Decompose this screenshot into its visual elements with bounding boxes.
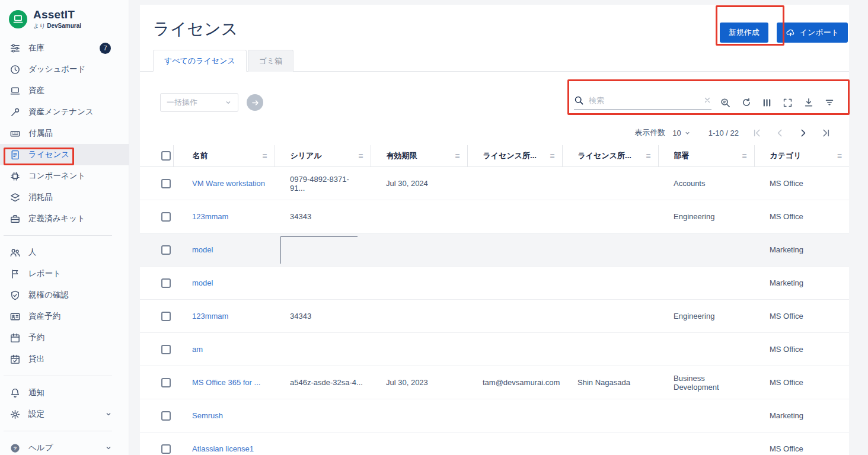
row-checkbox[interactable] xyxy=(161,245,171,255)
license-name-link[interactable]: am xyxy=(192,345,203,354)
column-header[interactable]: ライセンス所...≡ xyxy=(562,145,658,167)
column-header[interactable]: 名前≡ xyxy=(173,145,275,167)
row-checkbox[interactable] xyxy=(161,278,171,288)
column-menu-icon[interactable]: ≡ xyxy=(646,151,650,161)
column-menu-icon[interactable]: ≡ xyxy=(262,151,267,161)
column-header-label: 有効期限 xyxy=(387,150,417,161)
clear-search-icon[interactable] xyxy=(703,96,711,104)
sidebar-item-settings[interactable]: 設定 xyxy=(0,403,129,425)
sidebar-divider xyxy=(4,376,112,376)
table-row: SemrushMarketing xyxy=(140,399,849,432)
column-header[interactable]: ライセンス所...≡ xyxy=(467,145,562,167)
row-checkbox[interactable] xyxy=(161,411,171,421)
column-header[interactable]: カテゴリ≡ xyxy=(754,145,849,167)
app-logo[interactable]: AssetIT より DevSamurai xyxy=(0,0,129,37)
row-checkbox[interactable] xyxy=(161,378,171,387)
column-menu-icon[interactable]: ≡ xyxy=(550,151,554,161)
license-name-link[interactable]: MS Office 365 for ... xyxy=(192,378,260,387)
sidebar-item-inventory[interactable]: 在庫7 xyxy=(0,37,129,59)
first-page-button[interactable] xyxy=(752,128,762,138)
sidebar-item-kit[interactable]: 定義済みキット xyxy=(0,208,129,229)
column-menu-icon[interactable]: ≡ xyxy=(742,151,746,161)
table-row: Atlassian license1MS Office xyxy=(140,432,849,455)
tab-0[interactable]: すべてのライセンス xyxy=(153,50,247,72)
sidebar-item-maintenance[interactable]: 資産メンテナンス xyxy=(0,101,129,123)
sidebar-item-notification[interactable]: 通知 xyxy=(0,382,129,403)
custody-icon xyxy=(9,290,21,301)
app-byline: より DevSamurai xyxy=(33,22,81,30)
sidebar-item-asset[interactable]: 資産 xyxy=(0,80,129,101)
bulk-action-label: 一括操作 xyxy=(167,97,197,108)
cell xyxy=(562,333,658,366)
sidebar-item-asset-reservation[interactable]: 資産予約 xyxy=(0,306,129,327)
column-header-label: シリアル xyxy=(291,150,322,161)
create-button[interactable]: 新規作成 xyxy=(720,23,768,43)
column-menu-icon[interactable]: ≡ xyxy=(358,151,363,161)
sidebar-item-help[interactable]: ?ヘルプ xyxy=(0,437,129,455)
download-icon[interactable] xyxy=(798,94,819,111)
asset-reservation-icon xyxy=(9,311,21,322)
license-name-link[interactable]: model xyxy=(192,245,213,254)
cell xyxy=(467,333,562,366)
cell: Accounts xyxy=(658,167,754,200)
column-header[interactable]: シリアル≡ xyxy=(275,145,371,167)
cell xyxy=(467,233,562,267)
sidebar-item-custody[interactable]: 親権の確認 xyxy=(0,284,129,306)
name-cell: am xyxy=(173,333,275,366)
table-row: modelMarketing xyxy=(140,267,849,300)
prev-page-button[interactable] xyxy=(775,128,785,138)
sidebar-item-component[interactable]: コンポーネント xyxy=(0,165,129,187)
row-checkbox[interactable] xyxy=(161,345,171,354)
column-header[interactable]: 有効期限≡ xyxy=(371,145,467,167)
sidebar-item-reservation[interactable]: 予約 xyxy=(0,327,129,348)
cell xyxy=(658,267,754,300)
import-button[interactable]: インポート xyxy=(777,23,848,43)
license-name-link[interactable]: 123mmam xyxy=(192,212,228,221)
cell: Engineering xyxy=(658,200,754,233)
cell: MS Office xyxy=(754,200,849,233)
row-checkbox[interactable] xyxy=(161,312,171,321)
fullscreen-icon[interactable] xyxy=(777,94,798,111)
bulk-action-go-button[interactable] xyxy=(247,94,263,111)
people-icon xyxy=(9,247,21,258)
sidebar-item-people[interactable]: 人 xyxy=(0,242,129,263)
cell xyxy=(562,200,658,233)
sidebar-item-label: 資産 xyxy=(28,85,44,96)
bulk-action-select[interactable]: 一括操作 xyxy=(160,93,238,112)
sidebar-item-consumable[interactable]: 消耗品 xyxy=(0,187,129,208)
cell xyxy=(371,300,467,333)
row-checkbox-cell xyxy=(140,300,173,333)
per-page-select[interactable]: 10 xyxy=(672,129,690,137)
license-name-link[interactable]: Semrush xyxy=(192,411,223,420)
sidebar-item-checkout[interactable]: 貸出 xyxy=(0,348,129,370)
column-header[interactable]: 部署≡ xyxy=(658,145,754,167)
sidebar-item-report[interactable]: レポート xyxy=(0,263,129,284)
name-cell: model xyxy=(173,233,275,267)
tab-bar: すべてのライセンスゴミ箱 xyxy=(140,50,849,72)
row-checkbox[interactable] xyxy=(161,179,171,188)
advanced-search-icon[interactable] xyxy=(715,94,736,111)
column-menu-icon[interactable]: ≡ xyxy=(455,151,459,161)
columns-icon[interactable] xyxy=(757,94,777,111)
filter-icon[interactable] xyxy=(819,94,840,111)
refresh-icon[interactable] xyxy=(736,94,757,111)
search-input[interactable] xyxy=(589,96,698,105)
cell xyxy=(275,267,371,300)
license-name-link[interactable]: Atlassian license1 xyxy=(192,444,254,453)
row-checkbox[interactable] xyxy=(161,444,171,454)
sidebar-item-dashboard[interactable]: ダッシュボード xyxy=(0,59,129,80)
select-all-checkbox[interactable] xyxy=(161,151,171,161)
license-name-link[interactable]: 123mmam xyxy=(192,312,228,321)
tab-1[interactable]: ゴミ箱 xyxy=(248,50,294,72)
inline-edit-cell[interactable] xyxy=(280,236,358,264)
license-name-link[interactable]: model xyxy=(192,278,213,287)
last-page-button[interactable] xyxy=(821,128,831,138)
sidebar-item-license[interactable]: ライセンス xyxy=(0,144,129,165)
row-checkbox[interactable] xyxy=(161,212,171,222)
column-menu-icon[interactable]: ≡ xyxy=(837,151,842,161)
search-box xyxy=(574,95,711,110)
sidebar-item-accessory[interactable]: 付属品 xyxy=(0,123,129,144)
cell xyxy=(371,432,467,455)
license-name-link[interactable]: VM Ware workstation xyxy=(192,179,265,188)
next-page-button[interactable] xyxy=(798,128,808,138)
